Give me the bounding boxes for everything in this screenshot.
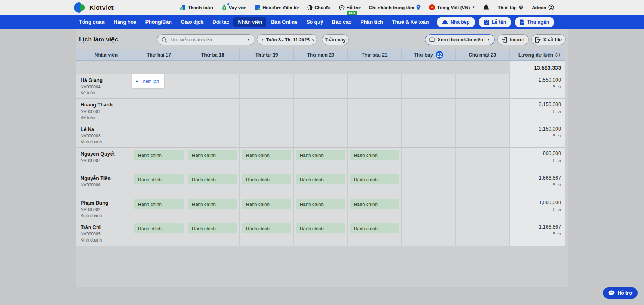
shift-badge[interactable]: Hành chính [350,174,399,184]
schedule-cell[interactable] [402,221,456,246]
schedule-cell[interactable]: Hành chính [132,221,186,246]
notifications-button[interactable] [483,4,489,11]
schedule-cell[interactable]: Hành chính [186,172,240,197]
nav-item-6[interactable]: Nhân viên [233,17,266,27]
column-header-2[interactable]: Thứ hai 17 [132,49,186,61]
schedule-cell[interactable]: Hành chính [240,148,294,172]
shift-badge[interactable]: Hành chính [296,199,345,209]
search-input[interactable] [170,37,244,43]
schedule-cell[interactable] [456,99,510,123]
shift-badge[interactable]: Hành chính [134,150,184,160]
schedule-cell[interactable] [132,99,186,123]
schedule-cell[interactable]: Hành chính [294,197,348,221]
this-week-button[interactable]: Tuần này [322,34,349,45]
schedule-cell[interactable]: Hành chính [240,172,294,197]
shift-badge[interactable]: Hành chính [242,199,291,209]
shift-badge[interactable]: Hành chính [134,223,184,233]
column-header-7[interactable]: Thứ bảy22 [402,49,456,61]
import-button[interactable]: Import [497,34,529,45]
theme-menu-item[interactable]: Chủ đề [307,5,330,10]
shift-badge[interactable]: Hành chính [350,199,399,209]
support-floating-button[interactable]: Hỗ trợ [603,287,638,299]
settings-menu-item[interactable]: Thiết lập ⚙ [497,5,523,10]
shift-badge[interactable]: Hành chính [242,223,291,233]
branch-menu-item[interactable]: Chi nhánh trung tâm [369,4,421,10]
schedule-cell[interactable]: Hành chính [132,197,186,221]
column-header-8[interactable]: Chủ nhật 23 [456,49,510,61]
schedule-cell[interactable]: Hành chính [186,221,240,246]
schedule-cell[interactable] [132,123,186,148]
schedule-cell[interactable]: Hành chính [132,148,186,172]
schedule-cell[interactable] [456,148,510,172]
schedule-cell[interactable]: Hành chính [348,148,402,172]
schedule-cell[interactable] [240,99,294,123]
schedule-cell[interactable]: Hành chính [132,172,186,197]
schedule-cell[interactable]: Hành chính [186,197,240,221]
support-menu-item[interactable]: Hỗ trợ Beta [339,5,361,10]
schedule-cell[interactable]: Hành chính [294,172,348,197]
export-button[interactable]: Xuất file [531,34,566,45]
schedule-cell[interactable] [456,221,510,246]
nav-item-11[interactable]: Thuế & Kế toán [388,17,433,27]
schedule-cell[interactable] [240,74,294,99]
shift-badge[interactable]: Hành chính [134,199,184,209]
nav-item-2[interactable]: Hàng hóa [109,17,141,27]
schedule-cell[interactable] [186,123,240,148]
shift-badge[interactable]: Hành chính [242,150,291,160]
column-header-6[interactable]: Thứ sáu 21 [348,49,402,61]
nav-item-9[interactable]: Báo cáo [328,17,356,27]
shift-badge[interactable]: Hành chính [296,174,345,184]
column-header-5[interactable]: Thứ năm 20 [294,49,348,61]
add-shift-popup[interactable]: +Thêm lịch [132,74,164,88]
schedule-cell[interactable] [348,123,402,148]
shift-badge[interactable]: Hành chính [134,174,184,184]
cashier-button[interactable]: Thu ngân [515,17,554,27]
column-header-3[interactable]: Thứ ba 18 [186,49,240,61]
schedule-cell[interactable] [402,99,456,123]
shift-badge[interactable]: Hành chính [350,223,399,233]
nav-item-3[interactable]: Phòng/Bàn [141,17,176,27]
nav-item-1[interactable]: Tổng quan [74,17,109,27]
schedule-cell[interactable] [456,74,510,99]
shift-badge[interactable]: Hành chính [188,199,237,209]
view-mode-select[interactable]: Xem theo nhân viên ▼ [425,34,495,45]
loan-menu-item[interactable]: $ Vay vốn [221,4,246,10]
nav-item-7[interactable]: Bán Online [266,17,302,27]
shift-badge[interactable]: Hành chính [188,223,237,233]
schedule-cell[interactable]: Hành chính [348,197,402,221]
schedule-cell[interactable] [240,123,294,148]
next-week-button[interactable]: › [311,37,315,43]
schedule-cell[interactable] [402,197,456,221]
schedule-cell[interactable] [186,74,240,99]
nav-item-4[interactable]: Giao dịch [176,17,208,27]
info-icon[interactable] [555,53,560,57]
schedule-cell[interactable] [186,99,240,123]
search-caret-icon[interactable]: ▼ [247,38,250,41]
shift-badge[interactable]: Hành chính [296,150,345,160]
schedule-cell[interactable]: Hành chính [240,221,294,246]
schedule-cell[interactable]: Hành chính [240,197,294,221]
column-header-4[interactable]: Thứ tư 19 [240,49,294,61]
nav-item-5[interactable]: Đối tác [208,17,234,27]
reception-button[interactable]: Lễ tân [479,17,511,27]
shift-badge[interactable]: Hành chính [350,150,399,160]
prev-week-button[interactable]: ‹ [261,37,264,43]
schedule-cell[interactable] [348,74,402,99]
schedule-cell[interactable]: Hành chính [294,221,348,246]
payment-menu-item[interactable]: $ Thanh toán [180,4,213,10]
schedule-cell[interactable] [402,148,456,172]
schedule-cell[interactable] [294,99,348,123]
admin-menu-item[interactable]: Admin [532,4,554,10]
kiotviet-brand[interactable]: KiotViet [74,2,114,13]
schedule-cell[interactable]: Hành chính [348,172,402,197]
einvoice-menu-item[interactable]: Hoá đơn điện tử [255,4,298,10]
schedule-cell[interactable]: +Thêm lịch [132,74,186,99]
nav-item-8[interactable]: Sổ quỹ [302,17,328,27]
shift-badge[interactable]: Hành chính [188,174,237,184]
schedule-cell[interactable] [456,123,510,148]
schedule-cell[interactable] [456,197,510,221]
nav-item-10[interactable]: Phân tích [356,17,387,27]
schedule-cell[interactable]: Hành chính [294,148,348,172]
shift-badge[interactable]: Hành chính [242,174,291,184]
schedule-cell[interactable] [402,123,456,148]
